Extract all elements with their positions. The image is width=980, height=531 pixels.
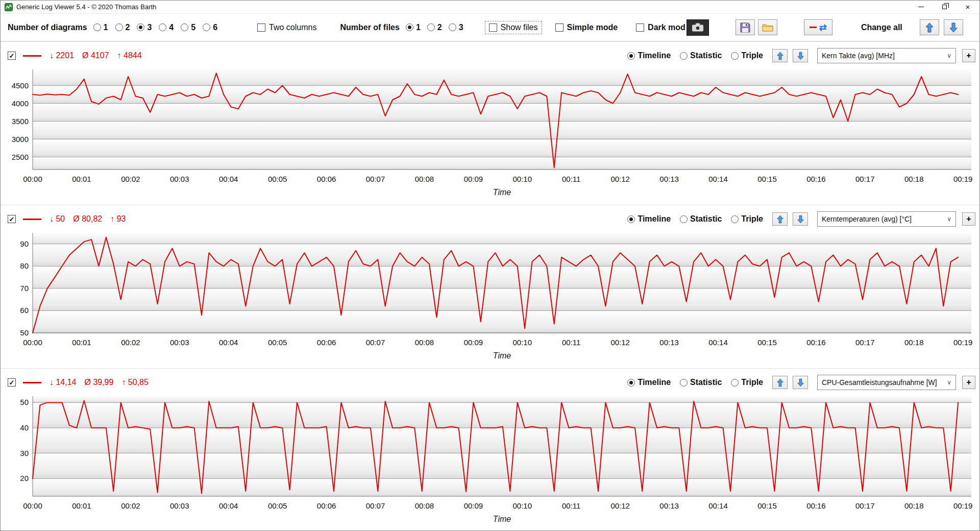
restore-icon xyxy=(942,5,947,9)
diagram-count-option-1[interactable]: 1 xyxy=(93,23,108,32)
svg-text:00:05: 00:05 xyxy=(268,338,287,347)
add-diagram-button[interactable]: + xyxy=(962,376,975,389)
radio-selected-icon xyxy=(627,52,635,60)
svg-text:00:19: 00:19 xyxy=(953,175,973,183)
refresh-series-button[interactable]: ⇄ xyxy=(804,19,832,35)
metric-up-button[interactable] xyxy=(772,376,788,389)
number-of-files-label: Number of files xyxy=(340,23,399,32)
svg-text:00:04: 00:04 xyxy=(219,338,238,347)
down-arrow-icon xyxy=(797,215,804,224)
screenshot-button[interactable] xyxy=(687,19,709,36)
diagram-count-option-2[interactable]: 2 xyxy=(115,23,130,32)
file-count-option-1[interactable]: 1 xyxy=(406,23,421,32)
series-visible-checkbox[interactable] xyxy=(8,215,16,223)
file-count-option-3[interactable]: 3 xyxy=(449,23,463,32)
series-legend-line xyxy=(23,382,41,383)
show-files-checkbox[interactable]: Show files xyxy=(485,21,542,34)
checkbox-icon xyxy=(489,23,497,32)
svg-text:00:05: 00:05 xyxy=(268,501,287,510)
change-all-up-button[interactable] xyxy=(920,19,939,35)
svg-text:00:01: 00:01 xyxy=(72,338,91,347)
svg-text:00:12: 00:12 xyxy=(610,501,630,510)
save-button[interactable] xyxy=(736,19,755,35)
minimize-button[interactable] xyxy=(909,1,933,13)
view-triple-radio[interactable]: Triple xyxy=(731,378,763,387)
series-visible-checkbox[interactable] xyxy=(8,378,16,387)
checkbox-icon xyxy=(636,23,644,32)
change-all-down-button[interactable] xyxy=(944,19,963,35)
down-arrow-icon xyxy=(949,22,958,33)
svg-text:00:09: 00:09 xyxy=(464,338,483,347)
svg-text:00:11: 00:11 xyxy=(562,501,580,510)
chart-2-controls: Timeline Statistic Triple Kerntemperatur… xyxy=(627,211,975,227)
diagram-count-option-4[interactable]: 4 xyxy=(159,23,174,32)
restore-button[interactable] xyxy=(933,1,956,13)
svg-text:00:14: 00:14 xyxy=(708,338,728,347)
view-statistic-radio[interactable]: Statistic xyxy=(680,214,722,224)
metric-down-button[interactable] xyxy=(793,49,808,62)
view-timeline-radio[interactable]: Timeline xyxy=(627,378,671,387)
svg-text:00:02: 00:02 xyxy=(121,338,140,347)
diagram-count-option-3[interactable]: 3 xyxy=(137,23,152,32)
svg-text:00:00: 00:00 xyxy=(23,175,42,183)
diagram-count-option-5[interactable]: 5 xyxy=(181,23,195,32)
view-triple-radio[interactable]: Triple xyxy=(731,51,763,60)
metric-up-button[interactable] xyxy=(772,212,788,226)
view-timeline-radio[interactable]: Timeline xyxy=(627,51,671,60)
svg-text:00:15: 00:15 xyxy=(757,175,777,183)
svg-text:00:01: 00:01 xyxy=(72,175,91,183)
metric-down-button[interactable] xyxy=(793,376,808,389)
down-arrow-icon xyxy=(797,378,804,387)
metric-up-button[interactable] xyxy=(772,49,788,62)
diagram-count-option-6[interactable]: 6 xyxy=(203,23,217,32)
svg-text:2500: 2500 xyxy=(12,153,29,161)
metric-dropdown[interactable]: CPU-Gesamtleistungsaufnahme [W] ∨ xyxy=(817,375,956,390)
series-legend-line xyxy=(23,55,41,57)
svg-text:00:18: 00:18 xyxy=(904,175,924,183)
add-diagram-button[interactable]: + xyxy=(962,49,975,62)
svg-text:00:03: 00:03 xyxy=(170,175,189,183)
svg-text:50: 50 xyxy=(20,328,29,337)
add-diagram-button[interactable]: + xyxy=(962,212,975,226)
view-statistic-radio[interactable]: Statistic xyxy=(680,378,722,387)
metric-dropdown[interactable]: Kern Takte (avg) [MHz] ∨ xyxy=(817,48,956,63)
file-count-option-2[interactable]: 2 xyxy=(427,23,442,32)
chart-2-canvas-kerntemperaturen: 506070809000:0000:0100:0200:0300:0400:05… xyxy=(5,230,976,363)
up-arrow-icon xyxy=(777,378,783,387)
svg-text:00:02: 00:02 xyxy=(121,175,140,183)
max-value: ↑ 93 xyxy=(110,214,126,224)
close-button[interactable]: × xyxy=(956,1,979,13)
metric-dropdown[interactable]: Kerntemperaturen (avg) [°C] ∨ xyxy=(817,211,956,227)
svg-text:00:10: 00:10 xyxy=(513,338,532,347)
two-columns-checkbox[interactable]: Two columns xyxy=(257,23,316,32)
svg-text:Time: Time xyxy=(493,351,511,360)
svg-text:00:04: 00:04 xyxy=(219,175,238,183)
app-icon xyxy=(5,3,13,11)
view-statistic-radio[interactable]: Statistic xyxy=(680,51,722,60)
radio-icon xyxy=(731,379,739,387)
open-folder-button[interactable] xyxy=(758,19,777,35)
avg-value: Ø 4107 xyxy=(82,51,109,60)
chart-panel-1-header: ↓ 2201 Ø 4107 ↑ 4844 Timeline Statistic … xyxy=(5,45,975,66)
svg-text:00:00: 00:00 xyxy=(23,338,42,347)
main-toolbar: Number of diagrams 1 2 3 4 5 6 Two colum… xyxy=(1,14,979,41)
svg-text:00:08: 00:08 xyxy=(415,175,434,183)
checkbox-icon xyxy=(555,23,564,32)
up-arrow-icon xyxy=(777,52,783,60)
chart-panel-2-header: ↓ 50 Ø 80,82 ↑ 93 Timeline Statistic Tri… xyxy=(5,208,975,230)
view-timeline-radio[interactable]: Timeline xyxy=(627,214,671,224)
view-triple-radio[interactable]: Triple xyxy=(731,214,763,224)
svg-text:00:17: 00:17 xyxy=(855,501,875,510)
series-visible-checkbox[interactable] xyxy=(8,52,16,60)
simple-mode-checkbox[interactable]: Simple mode xyxy=(555,23,618,32)
radio-icon xyxy=(93,23,101,31)
camera-icon xyxy=(692,23,704,32)
svg-text:00:11: 00:11 xyxy=(562,338,580,347)
svg-text:3000: 3000 xyxy=(12,135,29,143)
min-value: ↓ 14,14 xyxy=(50,378,76,387)
svg-text:00:07: 00:07 xyxy=(366,175,385,183)
svg-text:80: 80 xyxy=(20,261,29,270)
metric-down-button[interactable] xyxy=(793,212,808,226)
dark-mode-checkbox[interactable]: Dark mod xyxy=(636,23,685,32)
window-titlebar: Generic Log Viewer 5.4 - © 2020 Thomas B… xyxy=(1,1,979,14)
